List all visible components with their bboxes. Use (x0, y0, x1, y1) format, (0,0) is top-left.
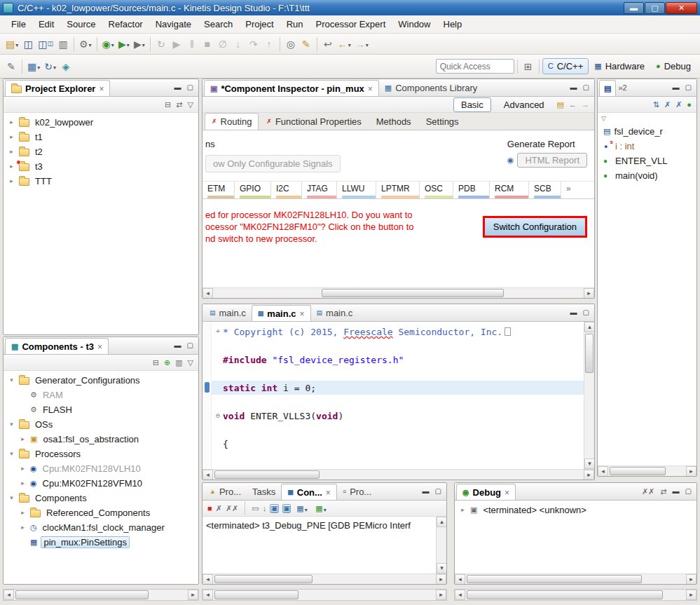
step-into-button[interactable] (231, 36, 246, 53)
scroll-left-icon[interactable] (455, 574, 465, 585)
show-configurable-signals-checkbox[interactable]: ow Only Configurable Signals (205, 155, 341, 172)
maximize-view-icon[interactable] (583, 309, 589, 316)
column-jtag[interactable]: JTAG (302, 182, 337, 198)
outline-item-include[interactable]: fsl_device_r (598, 124, 696, 139)
console-vertical-scrollbar[interactable] (436, 517, 446, 573)
debug-launch-button[interactable] (100, 36, 116, 53)
project-row[interactable]: TTT (4, 174, 198, 189)
scroll-thumb[interactable] (610, 467, 666, 475)
scroll-thumb[interactable] (15, 590, 149, 599)
components-group-row[interactable]: Generator_Configurations (4, 373, 198, 388)
add-component-icon[interactable] (164, 359, 170, 367)
column-pdb[interactable]: PDB (453, 182, 490, 198)
code-area[interactable]: * Copyright (c) 2015, Freescale Semicond… (212, 322, 584, 469)
component-row[interactable]: Referenced_Components (4, 505, 198, 520)
project-row-t3[interactable]: t3 (4, 159, 198, 174)
terminate-icon[interactable] (207, 505, 212, 512)
open-perspective-button[interactable] (521, 58, 536, 75)
remove-launch-icon[interactable] (216, 505, 222, 512)
tab-methods[interactable]: Methods (369, 113, 418, 130)
link-with-editor-icon[interactable] (176, 101, 182, 109)
tab-outline[interactable] (599, 80, 616, 96)
components-group-row[interactable]: Processors (4, 447, 198, 461)
minimize-view-icon[interactable] (673, 488, 680, 495)
component-row[interactable]: RAM (4, 388, 198, 402)
sort-icon[interactable] (653, 101, 659, 109)
maximize-view-icon[interactable] (187, 84, 193, 91)
left-horizontal-scrollbar[interactable] (3, 589, 199, 601)
minimize-view-icon[interactable] (570, 84, 577, 91)
scroll-right-icon[interactable] (584, 288, 594, 298)
menu-window[interactable]: Window (392, 17, 436, 32)
close-component-inspector-icon[interactable] (368, 83, 373, 94)
console-output[interactable]: <terminated> t3_Debug_PNE [GDB PEMicro I… (203, 517, 436, 573)
scroll-thumb[interactable] (214, 575, 313, 583)
minimize-view-icon[interactable] (174, 84, 181, 91)
maximize-view-icon[interactable] (685, 84, 692, 91)
perspective-cpp[interactable]: C/C++ (542, 58, 589, 74)
component-row[interactable]: clockMan1:fsl_clock_manager (4, 520, 198, 535)
save-button[interactable] (20, 36, 36, 53)
column-lptmr[interactable]: LPTMR (376, 182, 420, 198)
maximize-view-icon[interactable] (583, 84, 589, 91)
html-report-button[interactable]: HTML Report (517, 153, 587, 168)
editor-tab-main-c-2[interactable]: main.c (252, 305, 311, 321)
menu-processor-expert[interactable]: Processor Expert (310, 17, 392, 32)
view-menu-icon[interactable] (188, 359, 193, 367)
inspector-forward-icon[interactable] (582, 101, 589, 109)
collapse-all-icon[interactable] (165, 101, 171, 109)
restart-button[interactable] (153, 36, 169, 53)
editor-tab-main-c-1[interactable]: main.c (204, 304, 252, 321)
scroll-down-icon[interactable] (437, 563, 446, 573)
editor-vertical-scrollbar[interactable] (584, 322, 594, 469)
menu-navigate[interactable]: Navigate (150, 17, 197, 32)
scroll-right-icon[interactable] (686, 466, 696, 477)
collapse-all-icon[interactable] (153, 359, 159, 367)
view-menu-icon[interactable] (188, 101, 193, 109)
run-launch-button[interactable] (116, 36, 132, 53)
remove-all-launches-icon[interactable] (226, 505, 238, 512)
right-horizontal-scrollbar[interactable] (454, 589, 697, 601)
external-tools-button[interactable] (132, 36, 147, 53)
hide-static-members-icon[interactable] (675, 101, 682, 109)
menu-search[interactable]: Search (198, 17, 238, 32)
components-group-row[interactable]: Components (4, 491, 198, 505)
scroll-thumb[interactable] (467, 575, 642, 583)
advanced-button[interactable]: Advanced (496, 97, 552, 112)
minimize-view-icon[interactable] (174, 342, 181, 349)
last-edit-location-button[interactable] (320, 36, 336, 53)
scroll-left-icon[interactable] (203, 288, 213, 298)
switch-configuration-button[interactable]: Switch Configuration (483, 216, 587, 238)
scroll-left-icon[interactable] (598, 466, 608, 477)
scroll-up-icon[interactable] (437, 517, 446, 527)
component-row[interactable]: Cpu:MK02FN128VFM10 (4, 476, 198, 491)
disconnect-button[interactable] (215, 36, 231, 53)
outline-horizontal-scrollbar[interactable] (598, 465, 696, 476)
close-project-explorer-icon[interactable] (99, 83, 104, 94)
scroll-right-icon[interactable] (436, 574, 446, 585)
display-console-button[interactable] (294, 500, 310, 517)
scroll-left-icon[interactable] (455, 590, 465, 600)
outline-item-function[interactable]: ENTER_VLL (598, 154, 696, 168)
scroll-thumb[interactable] (585, 334, 593, 373)
menu-edit[interactable]: Edit (33, 17, 60, 32)
fold-collapsed-icon[interactable] (213, 328, 223, 335)
column-rcm[interactable]: RCM (490, 182, 529, 198)
step-over-button[interactable] (246, 36, 261, 53)
inspector-back-icon[interactable] (569, 101, 577, 109)
filter-components-icon[interactable] (175, 359, 182, 367)
tab-components-library[interactable]: Components Library (379, 79, 483, 96)
open-console-button[interactable] (313, 500, 329, 517)
hidden-tabs-indicator[interactable]: »2 (616, 83, 629, 92)
hide-fields-icon[interactable] (664, 101, 671, 109)
scroll-right-icon[interactable] (686, 574, 696, 585)
outline-item-variable[interactable]: i : int (598, 139, 696, 154)
close-console-icon[interactable] (326, 487, 331, 498)
tab-project-explorer[interactable]: Project Explorer (5, 80, 110, 96)
outline-item-function[interactable]: main(void) (598, 168, 696, 183)
scroll-right-icon[interactable] (188, 590, 198, 600)
scroll-down-icon[interactable] (584, 458, 594, 469)
view-menu-icon[interactable] (601, 116, 606, 122)
target-button[interactable] (58, 58, 74, 75)
minimize-view-icon[interactable] (423, 488, 430, 495)
